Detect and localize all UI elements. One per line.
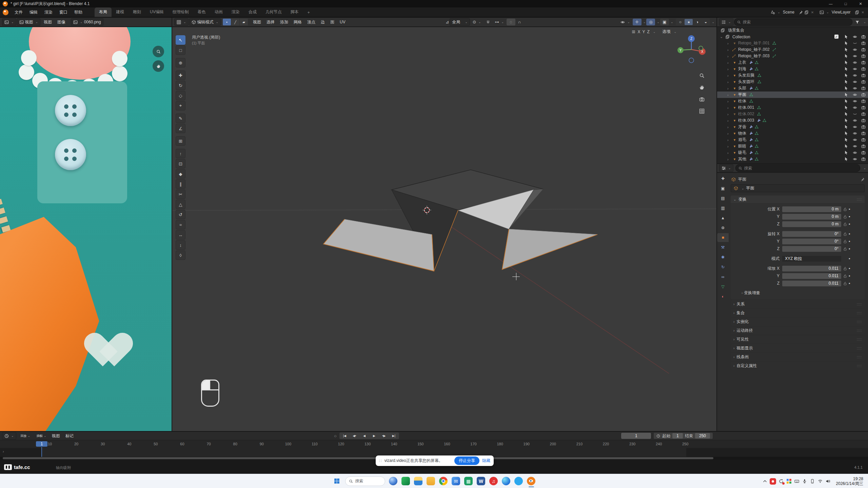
workspace-tab[interactable]: 合成 — [244, 7, 261, 17]
lock-icon[interactable] — [841, 274, 849, 278]
outliner-item-row[interactable]: › ▼ 眼睛 — [717, 143, 868, 149]
menu-item[interactable]: 标记⌄ — [63, 433, 76, 439]
menu-item[interactable]: 渲染 — [41, 9, 56, 15]
animate-dot[interactable]: • — [849, 266, 850, 271]
shading-mode-button[interactable]: ◒ — [702, 19, 710, 25]
value-field[interactable]: 0.011 — [782, 273, 841, 279]
tray-icon[interactable] — [785, 477, 793, 485]
workspace-tab[interactable]: 脚本 — [286, 7, 303, 17]
menu-item[interactable]: 视图 — [250, 19, 264, 25]
camera-icon[interactable] — [861, 73, 866, 78]
object-name[interactable]: 平面 — [738, 92, 746, 98]
eye-open-icon[interactable] — [852, 99, 857, 103]
camera-icon[interactable] — [861, 138, 866, 142]
eye-open-icon[interactable] — [852, 73, 857, 78]
camera-icon[interactable] — [861, 47, 866, 52]
eye-icon[interactable] — [852, 35, 857, 39]
stop-sharing-button[interactable]: 停止分享 — [454, 456, 479, 465]
pan-hand-icon[interactable] — [153, 60, 164, 72]
playback-button[interactable]: |◀ — [340, 433, 350, 439]
animate-dot[interactable]: • — [849, 239, 850, 244]
copy-viewlayer-icon[interactable] — [855, 10, 859, 15]
collapsed-panel[interactable]: › 关系 :::: — [731, 300, 865, 308]
camera-icon[interactable] — [861, 150, 866, 155]
object-name[interactable]: Retopo_袖子.003 — [738, 53, 770, 59]
properties-tab[interactable]: ↻ — [717, 263, 729, 271]
object-name[interactable]: 头发圆环 — [738, 79, 754, 85]
object-name[interactable]: Retopo_袖子.001 — [738, 40, 770, 46]
transform-orientation-dropdown[interactable]: 全局⌄ — [450, 18, 470, 26]
tray-icon[interactable] — [761, 477, 769, 485]
select-pointer-icon[interactable] — [844, 131, 849, 136]
animate-dot[interactable]: • — [849, 281, 850, 286]
shading-mode-button[interactable]: ○ — [676, 19, 684, 25]
object-name[interactable]: 刘海 — [738, 66, 746, 72]
select-pointer-icon[interactable] — [844, 105, 849, 110]
select-pointer-icon[interactable] — [844, 144, 849, 148]
camera-icon[interactable] — [861, 131, 866, 136]
workspace-tab[interactable]: 建模 — [112, 7, 129, 17]
tool-button[interactable]: ⊞ — [176, 136, 185, 146]
unlink-scene-icon[interactable]: ✕ — [810, 11, 815, 14]
tool-button[interactable]: ⊕ — [176, 58, 185, 67]
object-name[interactable]: 头发后脑 — [738, 73, 754, 78]
select-pointer-icon[interactable] — [844, 73, 849, 78]
eye-open-icon[interactable] — [852, 150, 857, 155]
axis-toggle[interactable]: Z — [647, 29, 650, 34]
outliner-item-row[interactable]: › ▼ 刘海 — [717, 66, 868, 72]
taskbar-app-icon[interactable]: W — [475, 475, 487, 487]
lock-icon[interactable] — [841, 282, 849, 285]
pivot-point-dropdown[interactable]: ⊙⌄ — [471, 19, 483, 25]
xray-toggle[interactable]: ▣ — [660, 19, 669, 25]
animate-dot[interactable]: • — [849, 231, 850, 237]
proportional-edit-toggle[interactable]: ◌ — [507, 19, 515, 25]
timeline-collapse-arrow[interactable]: › — [3, 449, 4, 453]
workspace-tab[interactable]: 几何节点 — [261, 7, 286, 17]
pin-icon[interactable] — [798, 10, 803, 15]
select-pointer-icon[interactable] — [844, 41, 849, 45]
animate-dot[interactable]: • — [849, 214, 850, 219]
value-field[interactable]: 0° — [782, 239, 841, 244]
object-name[interactable]: 柱体 — [738, 98, 746, 104]
object-name[interactable]: 物体 — [738, 130, 746, 136]
viewport-canvas[interactable]: 用户透视 (局部) (1) 平面 ↖□⊕✚↻◇⌖✎∠⊞↑⊡◆∥✂△↺≈↔↕◊ ⊞… — [172, 27, 716, 431]
outliner-item-row[interactable]: › ▼ 头发圆环 — [717, 79, 868, 85]
camera-icon[interactable] — [861, 99, 866, 103]
tool-button[interactable]: ⌖ — [176, 101, 185, 110]
value-field[interactable]: 0 m — [782, 206, 841, 212]
minimize-button[interactable]: — — [823, 0, 838, 7]
visibility-dropdown[interactable]: ⌄ — [618, 19, 632, 25]
show-overlays-toggle[interactable]: ◎ — [646, 19, 655, 25]
menu-item[interactable]: 文件 — [11, 9, 26, 15]
outliner-search-input[interactable]: 搜索 — [734, 18, 853, 26]
tool-button[interactable]: ◊ — [176, 250, 185, 260]
navigation-gizmo[interactable]: Z Y X — [675, 33, 708, 66]
outliner-item-row[interactable]: › ▼ 眉毛 — [717, 137, 868, 143]
close-button[interactable]: ✕ — [853, 0, 868, 7]
workspace-tab[interactable]: 动画 — [210, 7, 227, 17]
workspace-tab[interactable]: 布局 — [95, 7, 112, 17]
zoom-icon[interactable] — [697, 71, 706, 80]
collapsed-panel[interactable]: › 集合 :::: — [731, 309, 865, 317]
pan-hand-icon[interactable] — [697, 83, 706, 92]
tray-icon[interactable] — [824, 477, 832, 485]
eye-open-icon[interactable] — [852, 144, 857, 148]
animate-dot[interactable]: • — [849, 222, 850, 227]
tray-icon[interactable] — [770, 478, 776, 485]
outliner-item-row[interactable]: › ▼ 平面 — [717, 92, 868, 98]
animate-dot[interactable]: • — [849, 246, 850, 251]
current-frame-field[interactable]: 1 — [621, 433, 651, 439]
taskbar-app-icon[interactable] — [513, 475, 525, 487]
tool-button[interactable]: △ — [176, 200, 185, 209]
menu-item[interactable]: 视图⌄ — [49, 433, 63, 439]
tool-button[interactable]: ✂ — [176, 189, 185, 199]
value-field[interactable]: 0.011 — [782, 266, 841, 271]
select-pointer-icon[interactable] — [844, 112, 849, 116]
mode-dropdown[interactable]: 编辑模式⌄ — [189, 18, 221, 26]
tool-button[interactable]: ✚ — [176, 70, 185, 80]
camera-view-icon[interactable] — [697, 95, 706, 104]
eye-open-icon[interactable] — [852, 105, 857, 110]
eye-closed-icon[interactable] — [852, 41, 857, 45]
current-frame-badge[interactable]: 1 — [36, 441, 47, 447]
eye-open-icon[interactable] — [852, 54, 857, 58]
